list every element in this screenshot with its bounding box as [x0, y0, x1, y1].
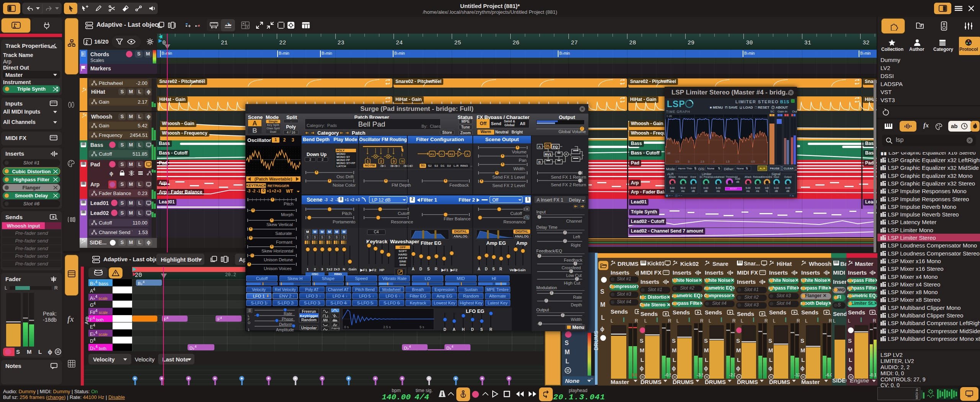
svg-text:RV1: RV1: [545, 153, 551, 156]
svg-text:3: 3: [393, 159, 395, 163]
svg-text:F1: F1: [430, 153, 434, 156]
svg-text:EQ: EQ: [553, 145, 558, 149]
svg-text:2: 2: [380, 159, 382, 163]
svg-text:B: B: [538, 160, 541, 164]
svg-text:DLY: DLY: [546, 144, 552, 148]
svg-text:F2: F2: [449, 153, 453, 156]
svg-text:A: A: [458, 148, 461, 151]
svg-text:A: A: [538, 145, 541, 149]
svg-text:1: 1: [367, 159, 369, 163]
svg-text:N: N: [401, 159, 404, 163]
